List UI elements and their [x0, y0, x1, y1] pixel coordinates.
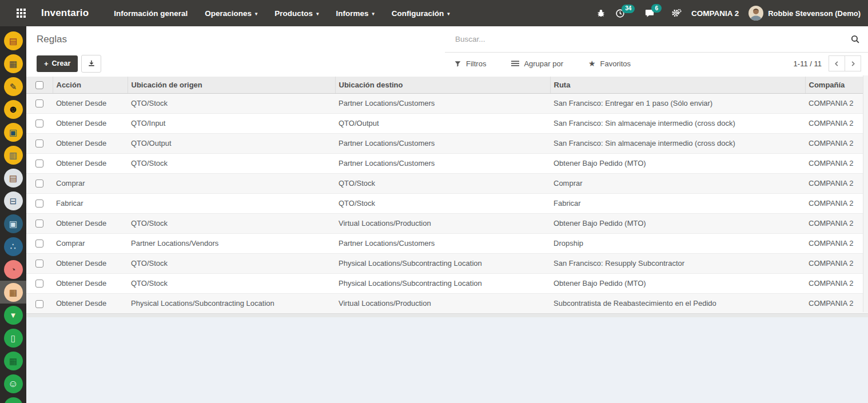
- table-header-row: AcciónUbicación de origenUbicación desti…: [26, 77, 868, 93]
- apps-grid-icon[interactable]: [17, 9, 26, 18]
- chevron-down-icon: ▾: [255, 11, 257, 17]
- row-checkbox[interactable]: [35, 300, 43, 308]
- cell-origen: QTO/Stock: [128, 253, 335, 273]
- user-menu[interactable]: Robbie Stevenson (Demo): [748, 6, 861, 21]
- menu-item-informacion-general[interactable]: Información general: [114, 9, 188, 18]
- sign-app-icon: ▥: [4, 146, 23, 165]
- search-icon[interactable]: [850, 34, 860, 44]
- debug-bug-icon[interactable]: [596, 9, 606, 18]
- company-switcher[interactable]: COMPANIA 2: [691, 9, 739, 18]
- cell-accion: Comprar: [53, 233, 128, 253]
- cell-origen: QTO/Stock: [128, 213, 335, 233]
- export-download-button[interactable]: [81, 55, 101, 73]
- accounting-app-button[interactable]: ▦: [0, 349, 26, 372]
- row-checkbox[interactable]: [35, 280, 43, 288]
- elearning-app-button[interactable]: ▣: [0, 212, 26, 235]
- row-checkbox[interactable]: [35, 119, 43, 127]
- inventory-app-button[interactable]: ▦: [0, 281, 26, 304]
- column-header-ubicacion-de-origen[interactable]: Ubicación de origen: [128, 77, 335, 93]
- pager-next-button[interactable]: [845, 55, 861, 71]
- cell-destino: Partner Locations/Customers: [335, 133, 550, 153]
- fleet-app-button[interactable]: ⊟: [0, 189, 26, 212]
- row-checkbox[interactable]: [35, 260, 43, 268]
- cell-accion: Obtener Desde: [53, 153, 128, 173]
- cell-destino: Partner Locations/Customers: [335, 93, 550, 113]
- app-title[interactable]: Inventario: [41, 7, 89, 19]
- table-row[interactable]: Obtener Desde QTO/Stock Physical Locatio…: [26, 273, 868, 293]
- knowledge-app-button[interactable]: ▤: [0, 166, 26, 189]
- pager-previous-button[interactable]: [829, 55, 845, 71]
- control-panel: Reglas + Crear: [26, 26, 868, 77]
- row-checkbox-cell: [26, 233, 53, 253]
- menu-item-informes[interactable]: Informes▾: [336, 9, 374, 18]
- cell-accion: Obtener Desde: [53, 213, 128, 233]
- column-header-accion[interactable]: Acción: [53, 77, 128, 93]
- planning-app-button[interactable]: ◔: [0, 258, 26, 281]
- row-checkbox[interactable]: [35, 199, 43, 208]
- search-input[interactable]: [454, 34, 850, 44]
- star-icon: ★: [588, 59, 596, 68]
- row-checkbox[interactable]: [35, 220, 43, 228]
- calendar-app-button[interactable]: ▦: [0, 52, 26, 75]
- select-all-checkbox[interactable]: [35, 81, 43, 89]
- presentation-app-button[interactable]: ▣: [0, 121, 26, 143]
- row-checkbox[interactable]: [35, 159, 43, 167]
- favorites-button[interactable]: ★ Favoritos: [588, 59, 631, 68]
- cell-origen: QTO/Input: [128, 113, 335, 133]
- table-row[interactable]: Comprar QTO/Stock Comprar COMPANIA 2: [26, 173, 868, 193]
- table-row[interactable]: Obtener Desde QTO/Stock Partner Location…: [26, 153, 868, 173]
- accounting-app-icon: ▦: [4, 352, 23, 370]
- table-scrollbar-track[interactable]: [863, 75, 868, 312]
- row-checkbox[interactable]: [35, 240, 43, 248]
- cell-origen: [128, 173, 335, 193]
- cell-compania: COMPANIA 2: [805, 253, 868, 273]
- cell-compania: COMPANIA 2: [805, 93, 868, 113]
- cell-ruta: Obtener Bajo Pedido (MTO): [550, 153, 805, 173]
- employees-app-icon: ∴: [4, 237, 23, 256]
- cell-ruta: Comprar: [550, 173, 805, 193]
- contacts-app-button[interactable]: ▤: [0, 29, 26, 52]
- rules-list-table: AcciónUbicación de origenUbicación desti…: [26, 77, 868, 313]
- cell-origen: Physical Locations/Subcontracting Locati…: [128, 293, 335, 313]
- group-by-button[interactable]: Agrupar por: [511, 59, 563, 68]
- cell-ruta: Dropship: [550, 233, 805, 253]
- column-header-ubicacion-destino[interactable]: Ubicación destino: [335, 77, 550, 93]
- project-app-button[interactable]: ●: [0, 395, 26, 403]
- column-header-compania[interactable]: Compañía: [805, 77, 868, 93]
- row-checkbox[interactable]: [35, 139, 43, 147]
- menu-item-configuracion[interactable]: Configuración▾: [392, 9, 450, 18]
- fleet-app-icon: ⊟: [4, 191, 23, 210]
- messages-chat-icon[interactable]: 6: [644, 8, 662, 18]
- row-checkbox[interactable]: [35, 179, 43, 187]
- table-row[interactable]: Fabricar QTO/Stock Fabricar COMPANIA 2: [26, 193, 868, 213]
- calendar-app-icon: ▦: [4, 54, 23, 73]
- row-checkbox-cell: [26, 113, 53, 133]
- row-checkbox[interactable]: [35, 99, 43, 107]
- table-row[interactable]: Comprar Partner Locations/Vendors Partne…: [26, 233, 868, 253]
- table-row[interactable]: Obtener Desde Physical Locations/Subcont…: [26, 293, 868, 313]
- members-app-icon: ☻: [4, 100, 23, 119]
- table-row[interactable]: Obtener Desde QTO/Output Partner Locatio…: [26, 133, 868, 153]
- menu-item-operaciones[interactable]: Operaciones▾: [205, 9, 257, 18]
- table-row[interactable]: Obtener Desde QTO/Stock Partner Location…: [26, 93, 868, 113]
- table-row[interactable]: Obtener Desde QTO/Stock Virtual Location…: [26, 213, 868, 233]
- cell-compania: COMPANIA 2: [805, 153, 868, 173]
- sign-app-button[interactable]: ▥: [0, 143, 26, 166]
- create-button[interactable]: + Crear: [37, 55, 78, 72]
- notes-app-button[interactable]: ✎: [0, 75, 26, 98]
- cell-ruta: Obtener Bajo Pedido (MTO): [550, 273, 805, 293]
- helpdesk-app-button[interactable]: ☺: [0, 372, 26, 395]
- cell-destino: Partner Locations/Customers: [335, 233, 550, 253]
- activities-clock-icon[interactable]: 34: [615, 9, 635, 18]
- settings-gears-icon[interactable]: [671, 8, 682, 18]
- column-header-ruta[interactable]: Ruta: [550, 77, 805, 93]
- filters-button[interactable]: Filtros: [454, 59, 486, 68]
- crm-app-button[interactable]: ▼: [0, 304, 26, 326]
- members-app-button[interactable]: ☻: [0, 98, 26, 121]
- table-row[interactable]: Obtener Desde QTO/Input QTO/Output San F…: [26, 113, 868, 133]
- cell-compania: COMPANIA 2: [805, 173, 868, 193]
- sales-app-button[interactable]: ▯: [0, 326, 26, 349]
- employees-app-button[interactable]: ∴: [0, 235, 26, 258]
- table-row[interactable]: Obtener Desde QTO/Stock Physical Locatio…: [26, 253, 868, 273]
- menu-item-productos[interactable]: Productos▾: [274, 9, 318, 18]
